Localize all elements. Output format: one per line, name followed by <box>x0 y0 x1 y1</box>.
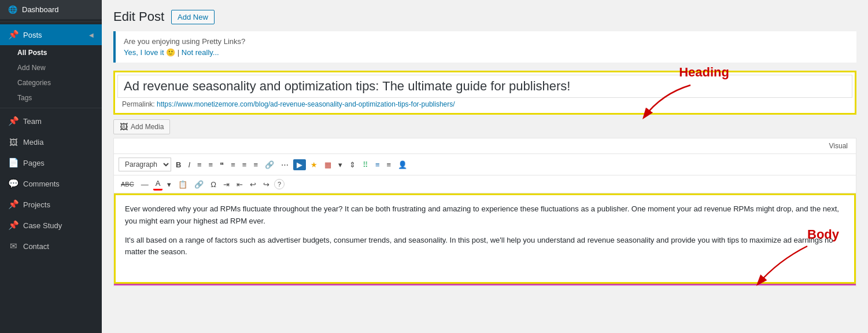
sidebar-posts-label: Posts <box>23 31 42 39</box>
ol-button[interactable]: ≡ <box>206 159 216 170</box>
paragraph-select[interactable]: Paragraph <box>119 158 171 171</box>
help-button[interactable]: ? <box>274 179 285 189</box>
notice-text: Are you enjoying using Pretty Links? <box>124 37 848 46</box>
sidebar: 🌐 Dashboard 📌 Posts ◀ All Posts Add New … <box>0 0 102 333</box>
ul-button[interactable]: ≡ <box>195 159 204 170</box>
notice-link-yes[interactable]: Yes, I love it 🙂 <box>124 48 175 57</box>
dashboard-globe-icon: 🌐 <box>8 5 17 14</box>
editor-toolbar-row2: ABC — A ▾ 📋 🔗 Ω ⇥ ⇤ ↩ ↪ ? <box>114 175 856 193</box>
outdent-button[interactable]: ⇤ <box>234 179 245 190</box>
pin-icon-posts: 📌 <box>8 30 19 40</box>
editor-paragraph-2: It's all based on a range of factors suc… <box>125 235 845 259</box>
align-right-button[interactable]: ≡ <box>251 159 260 170</box>
lines-button[interactable]: ≡ <box>373 159 382 170</box>
fullscreen-button[interactable]: ▶ <box>293 159 306 170</box>
media-icon: 🖼 <box>8 137 19 147</box>
posts-submenu: All Posts Add New Categories Tags <box>0 45 102 105</box>
contact-label: Contact <box>23 242 49 251</box>
text-color-dropdown[interactable]: ▾ <box>165 179 173 190</box>
post-title-input[interactable] <box>117 75 852 98</box>
page-header: Edit Post Add New <box>113 9 856 24</box>
comments-label: Comments <box>23 180 60 188</box>
menu-button[interactable]: ≡ <box>385 159 394 170</box>
comments-icon: 💬 <box>8 178 19 189</box>
move-button[interactable]: ⇕ <box>347 159 358 170</box>
projects-icon: 📌 <box>8 199 19 210</box>
sidebar-item-team[interactable]: 📌 Team <box>0 111 102 131</box>
add-new-label: Add New <box>17 64 46 72</box>
notice-separator: | <box>178 48 182 57</box>
sidebar-logo[interactable]: 🌐 Dashboard <box>0 0 102 19</box>
notice-link-no[interactable]: Not really... <box>182 48 219 57</box>
star-button[interactable]: ★ <box>308 159 320 170</box>
sidebar-divider-top <box>0 21 102 22</box>
pin-icon-team: 📌 <box>8 116 19 126</box>
all-posts-label: All Posts <box>17 49 47 57</box>
permalink-label: Permalink: <box>122 100 155 108</box>
permalink-row: Permalink: https://www.monetizemore.com/… <box>117 98 852 111</box>
align-center-button[interactable]: ≡ <box>240 159 249 170</box>
team-label: Team <box>23 117 42 126</box>
bold-button[interactable]: B <box>173 159 183 170</box>
categories-label: Categories <box>17 79 51 87</box>
add-media-label: Add Media <box>131 123 164 131</box>
sidebar-item-tags[interactable]: Tags <box>17 90 102 105</box>
paste-button[interactable]: 📋 <box>176 179 190 190</box>
text-color-button[interactable]: A <box>153 178 163 191</box>
more-button[interactable]: ⋯ <box>279 159 291 170</box>
align-left-button[interactable]: ≡ <box>228 159 238 170</box>
sidebar-item-categories[interactable]: Categories <box>17 75 102 90</box>
sidebar-item-comments[interactable]: 💬 Comments <box>0 173 102 194</box>
strikethrough-button[interactable]: ABC <box>119 180 136 189</box>
redo-button[interactable]: ↪ <box>261 179 272 190</box>
chevron-icon-posts: ◀ <box>89 32 94 38</box>
clear-format-button[interactable]: 🔗 <box>192 179 206 190</box>
post-title-area: Permalink: https://www.monetizemore.com/… <box>113 71 856 115</box>
undo-button[interactable]: ↩ <box>248 179 258 190</box>
permalink-link[interactable]: https://www.monetizemore.com/blog/ad-rev… <box>157 100 455 108</box>
visual-tab[interactable]: Visual <box>826 141 851 151</box>
special-char-button[interactable]: Ω <box>208 179 219 190</box>
media-label: Media <box>23 138 43 147</box>
case-study-label: Case Study <box>23 221 62 230</box>
sidebar-divider-2 <box>0 108 102 108</box>
pages-label: Pages <box>23 159 45 167</box>
user-button[interactable]: 👤 <box>396 159 409 170</box>
sidebar-dashboard-label: Dashboard <box>22 5 59 14</box>
editor-tab-bar: Visual <box>114 138 856 154</box>
sidebar-item-all-posts[interactable]: All Posts <box>17 45 102 60</box>
editor-body-area: Ever wondered why your ad RPMs fluctuate… <box>114 193 856 284</box>
table-button[interactable]: ▦ <box>322 159 334 170</box>
editor-paragraph-1: Ever wondered why your ad RPMs fluctuate… <box>125 203 845 228</box>
link-button[interactable]: 🔗 <box>263 159 276 170</box>
add-media-icon: 🖼 <box>120 122 128 131</box>
table-dropdown[interactable]: ▾ <box>336 159 345 170</box>
hr-button[interactable]: — <box>139 179 151 190</box>
sidebar-item-posts[interactable]: 📌 Posts ◀ <box>0 24 102 45</box>
projects-label: Projects <box>23 200 50 209</box>
editor-toolbar-row1: Paragraph B I ≡ ≡ ❝ ≡ ≡ ≡ 🔗 ⋯ ▶ ★ ▦ ▾ <box>114 154 856 175</box>
add-media-row: 🖼 Add Media <box>113 119 856 134</box>
tags-label: Tags <box>17 94 32 102</box>
contact-icon: ✉ <box>8 241 19 251</box>
sidebar-item-projects[interactable]: 📌 Projects <box>0 194 102 215</box>
case-study-icon: 📌 <box>8 220 19 230</box>
sidebar-item-pages[interactable]: 📄 Pages <box>0 152 102 173</box>
sidebar-item-contact[interactable]: ✉ Contact <box>0 236 102 257</box>
sidebar-item-case-study[interactable]: 📌 Case Study <box>0 215 102 236</box>
sidebar-item-add-new[interactable]: Add New <box>17 60 102 75</box>
editor-container: Visual Paragraph B I ≡ ≡ ❝ ≡ ≡ ≡ 🔗 ⋯ <box>113 138 856 287</box>
add-media-button[interactable]: 🖼 Add Media <box>113 119 170 134</box>
notice-banner: Are you enjoying using Pretty Links? Yes… <box>113 31 856 63</box>
sidebar-item-media[interactable]: 🖼 Media <box>0 131 102 152</box>
editor-body[interactable]: Ever wondered why your ad RPMs fluctuate… <box>116 195 854 282</box>
blockquote-button[interactable]: ❝ <box>217 159 226 170</box>
columns-button[interactable]: ⠿ <box>360 159 371 170</box>
italic-button[interactable]: I <box>186 159 193 170</box>
editor-footer-bar <box>114 284 856 286</box>
main-content: Edit Post Add New Are you enjoying using… <box>102 0 868 333</box>
pages-icon: 📄 <box>8 158 19 168</box>
add-new-button[interactable]: Add New <box>171 10 215 24</box>
page-title: Edit Post <box>113 9 164 24</box>
indent-button[interactable]: ⇥ <box>221 179 232 190</box>
